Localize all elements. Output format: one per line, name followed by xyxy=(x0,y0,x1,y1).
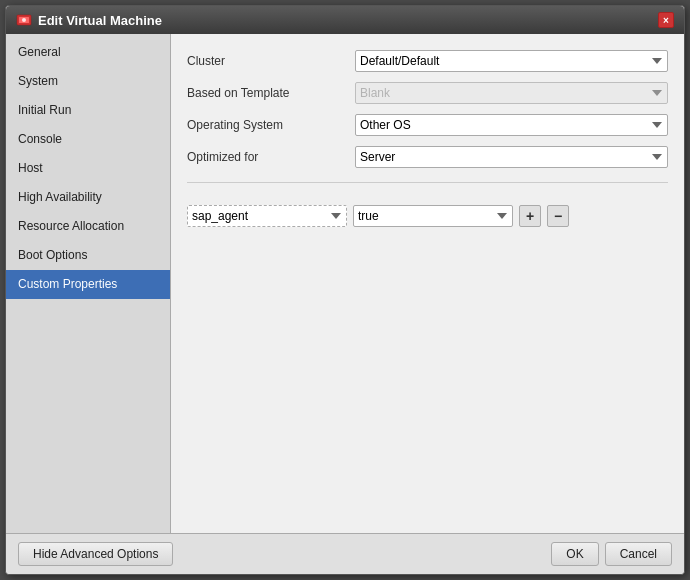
edit-vm-dialog: Edit Virtual Machine × General System In… xyxy=(5,5,685,575)
titlebar: Edit Virtual Machine × xyxy=(6,6,684,34)
os-row: Operating System Other OS xyxy=(187,114,668,136)
custom-properties-row: sap_agent true + − xyxy=(187,205,668,227)
sidebar-item-custom-properties[interactable]: Custom Properties xyxy=(6,270,170,299)
sidebar-item-general[interactable]: General xyxy=(6,38,170,67)
remove-property-button[interactable]: − xyxy=(547,205,569,227)
vm-icon xyxy=(16,12,32,28)
sidebar-item-boot-options[interactable]: Boot Options xyxy=(6,241,170,270)
sidebar-item-high-availability[interactable]: High Availability xyxy=(6,183,170,212)
optimized-control: Server xyxy=(355,146,668,168)
template-row: Based on Template Blank xyxy=(187,82,668,104)
template-label: Based on Template xyxy=(187,86,347,100)
main-content: Cluster Default/Default Based on Templat… xyxy=(171,34,684,533)
sidebar: General System Initial Run Console Host … xyxy=(6,34,171,533)
dialog-title: Edit Virtual Machine xyxy=(38,13,162,28)
sidebar-item-console[interactable]: Console xyxy=(6,125,170,154)
close-button[interactable]: × xyxy=(658,12,674,28)
optimized-row: Optimized for Server xyxy=(187,146,668,168)
cancel-button[interactable]: Cancel xyxy=(605,542,672,566)
template-control: Blank xyxy=(355,82,668,104)
hide-advanced-button[interactable]: Hide Advanced Options xyxy=(18,542,173,566)
add-property-button[interactable]: + xyxy=(519,205,541,227)
footer-right: OK Cancel xyxy=(551,542,672,566)
sidebar-item-host[interactable]: Host xyxy=(6,154,170,183)
property-value-select[interactable]: true xyxy=(353,205,513,227)
os-select[interactable]: Other OS xyxy=(355,114,668,136)
optimized-select[interactable]: Server xyxy=(355,146,668,168)
divider xyxy=(187,182,668,183)
svg-point-2 xyxy=(22,18,26,22)
sidebar-item-system[interactable]: System xyxy=(6,67,170,96)
sidebar-item-resource-allocation[interactable]: Resource Allocation xyxy=(6,212,170,241)
sidebar-item-initial-run[interactable]: Initial Run xyxy=(6,96,170,125)
cluster-label: Cluster xyxy=(187,54,347,68)
optimized-label: Optimized for xyxy=(187,150,347,164)
os-control: Other OS xyxy=(355,114,668,136)
dialog-content: General System Initial Run Console Host … xyxy=(6,34,684,533)
template-select[interactable]: Blank xyxy=(355,82,668,104)
cluster-select[interactable]: Default/Default xyxy=(355,50,668,72)
property-select[interactable]: sap_agent xyxy=(187,205,347,227)
cluster-row: Cluster Default/Default xyxy=(187,50,668,72)
footer: Hide Advanced Options OK Cancel xyxy=(6,533,684,574)
cluster-control: Default/Default xyxy=(355,50,668,72)
titlebar-left: Edit Virtual Machine xyxy=(16,12,162,28)
ok-button[interactable]: OK xyxy=(551,542,598,566)
os-label: Operating System xyxy=(187,118,347,132)
